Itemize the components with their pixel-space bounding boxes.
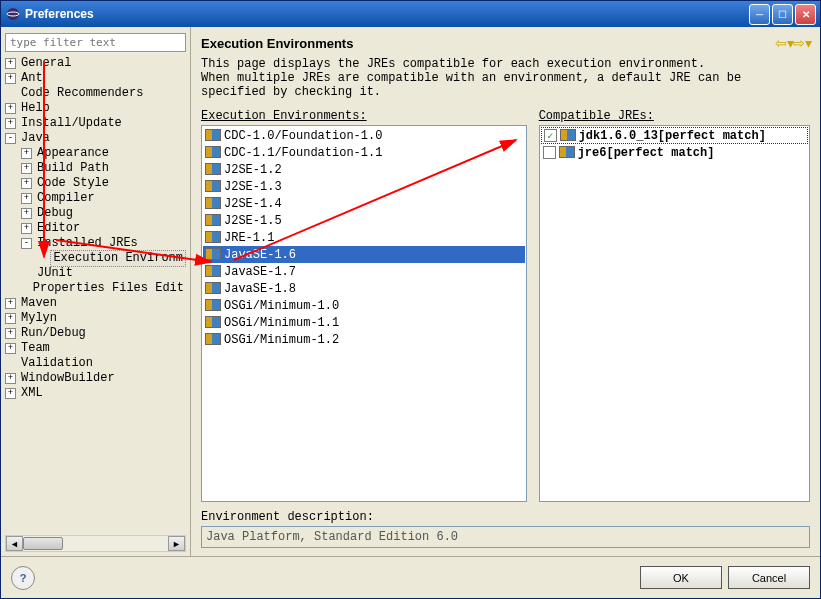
tree-label[interactable]: General [19, 56, 73, 71]
help-button[interactable]: ? [11, 566, 35, 590]
jre-checkbox[interactable] [543, 146, 556, 159]
environment-item[interactable]: OSGi/Minimum-1.1 [203, 314, 525, 331]
tree-toggle-icon[interactable]: + [5, 373, 16, 384]
back-icon[interactable]: ⇦▾ [776, 35, 792, 51]
tree-toggle-icon[interactable]: + [5, 388, 16, 399]
tree-label[interactable]: JUnit [35, 266, 75, 281]
tree-hscrollbar[interactable]: ◄ ► [5, 535, 186, 552]
tree-label[interactable]: Team [19, 341, 52, 356]
tree-toggle-icon[interactable]: + [21, 208, 32, 219]
tree-toggle-icon[interactable]: + [5, 343, 16, 354]
tree-item[interactable]: +Appearance [5, 146, 186, 161]
tree-item[interactable]: +Debug [5, 206, 186, 221]
tree-toggle-icon[interactable]: + [5, 103, 16, 114]
tree-item[interactable]: Code Recommenders [5, 86, 186, 101]
tree-label[interactable]: Installed JREs [35, 236, 140, 251]
tree-toggle-icon[interactable]: + [5, 328, 16, 339]
tree-label[interactable]: Code Recommenders [19, 86, 145, 101]
tree-label[interactable]: Mylyn [19, 311, 59, 326]
environment-item[interactable]: JavaSE-1.7 [203, 263, 525, 280]
minimize-button[interactable]: ─ [749, 4, 770, 25]
tree-item[interactable]: +WindowBuilder [5, 371, 186, 386]
environment-item[interactable]: JavaSE-1.8 [203, 280, 525, 297]
tree-toggle-icon[interactable]: - [21, 238, 32, 249]
tree-label[interactable]: Appearance [35, 146, 111, 161]
tree-label[interactable]: Run/Debug [19, 326, 88, 341]
tree-item[interactable]: JUnit [5, 266, 186, 281]
tree-item[interactable]: -Installed JREs [5, 236, 186, 251]
tree-toggle-icon[interactable]: + [21, 163, 32, 174]
filter-input[interactable] [5, 33, 186, 52]
tree-label[interactable]: Code Style [35, 176, 111, 191]
tree-label[interactable]: Compiler [35, 191, 97, 206]
jre-item[interactable]: ✓jdk1.6.0_13 [perfect match] [541, 127, 808, 144]
tree-toggle-icon[interactable]: + [21, 193, 32, 204]
titlebar[interactable]: Preferences ─ ☐ ✕ [1, 1, 820, 27]
jre-item[interactable]: jre6 [perfect match] [541, 144, 808, 161]
button-bar: ? OK Cancel [1, 556, 820, 598]
tree-label[interactable]: Execution Environm [50, 250, 186, 267]
environment-item[interactable]: JRE-1.1 [203, 229, 525, 246]
tree-item[interactable]: +Mylyn [5, 311, 186, 326]
tree-item[interactable]: +Code Style [5, 176, 186, 191]
category-tree[interactable]: +General+AntCode Recommenders+Help+Insta… [5, 56, 186, 533]
tree-item[interactable]: -Java [5, 131, 186, 146]
tree-label[interactable]: Ant [19, 71, 45, 86]
tree-label[interactable]: Debug [35, 206, 75, 221]
tree-item[interactable]: +Help [5, 101, 186, 116]
tree-toggle-icon[interactable]: + [21, 148, 32, 159]
tree-label[interactable]: Editor [35, 221, 82, 236]
tree-item[interactable]: +Compiler [5, 191, 186, 206]
tree-item[interactable]: Execution Environm [5, 251, 186, 266]
environment-item[interactable]: JavaSE-1.6 [203, 246, 525, 263]
environment-item[interactable]: CDC-1.1/Foundation-1.1 [203, 144, 525, 161]
tree-item[interactable]: +Run/Debug [5, 326, 186, 341]
tree-item[interactable]: +Maven [5, 296, 186, 311]
tree-item[interactable]: +Ant [5, 71, 186, 86]
environment-item[interactable]: CDC-1.0/Foundation-1.0 [203, 127, 525, 144]
tree-toggle-icon[interactable]: + [21, 223, 32, 234]
tree-label[interactable]: Validation [19, 356, 95, 371]
tree-item[interactable]: Validation [5, 356, 186, 371]
environment-item[interactable]: J2SE-1.5 [203, 212, 525, 229]
jres-listbox[interactable]: ✓jdk1.6.0_13 [perfect match]jre6 [perfec… [539, 125, 810, 502]
scroll-track[interactable] [23, 536, 168, 551]
cancel-button[interactable]: Cancel [728, 566, 810, 589]
tree-item[interactable]: +XML [5, 386, 186, 401]
tree-toggle-icon[interactable]: + [5, 58, 16, 69]
environments-listbox[interactable]: CDC-1.0/Foundation-1.0CDC-1.1/Foundation… [201, 125, 527, 502]
tree-item[interactable]: Properties Files Edit [5, 281, 186, 296]
tree-label[interactable]: WindowBuilder [19, 371, 117, 386]
tree-item[interactable]: +General [5, 56, 186, 71]
scroll-thumb[interactable] [23, 537, 63, 550]
tree-toggle-icon[interactable]: + [5, 313, 16, 324]
tree-toggle-icon[interactable]: + [5, 298, 16, 309]
jre-checkbox[interactable]: ✓ [544, 129, 557, 142]
environment-item[interactable]: J2SE-1.4 [203, 195, 525, 212]
tree-toggle-icon[interactable]: + [21, 178, 32, 189]
tree-toggle-icon[interactable]: + [5, 118, 16, 129]
scroll-right-button[interactable]: ► [168, 536, 185, 551]
ok-button[interactable]: OK [640, 566, 722, 589]
tree-label[interactable]: XML [19, 386, 45, 401]
environment-item[interactable]: OSGi/Minimum-1.0 [203, 297, 525, 314]
environment-item[interactable]: J2SE-1.3 [203, 178, 525, 195]
tree-label[interactable]: Java [19, 131, 52, 146]
tree-label[interactable]: Properties Files Edit [31, 281, 186, 296]
tree-item[interactable]: +Team [5, 341, 186, 356]
tree-toggle-icon[interactable]: - [5, 133, 16, 144]
tree-item[interactable]: +Install/Update [5, 116, 186, 131]
tree-label[interactable]: Build Path [35, 161, 111, 176]
environment-item[interactable]: J2SE-1.2 [203, 161, 525, 178]
close-button[interactable]: ✕ [795, 4, 816, 25]
tree-item[interactable]: +Build Path [5, 161, 186, 176]
tree-toggle-icon[interactable]: + [5, 73, 16, 84]
tree-label[interactable]: Maven [19, 296, 59, 311]
maximize-button[interactable]: ☐ [772, 4, 793, 25]
tree-label[interactable]: Help [19, 101, 52, 116]
tree-label[interactable]: Install/Update [19, 116, 124, 131]
forward-icon[interactable]: ⇨▾ [794, 35, 810, 51]
scroll-left-button[interactable]: ◄ [6, 536, 23, 551]
environment-item[interactable]: OSGi/Minimum-1.2 [203, 331, 525, 348]
tree-item[interactable]: +Editor [5, 221, 186, 236]
